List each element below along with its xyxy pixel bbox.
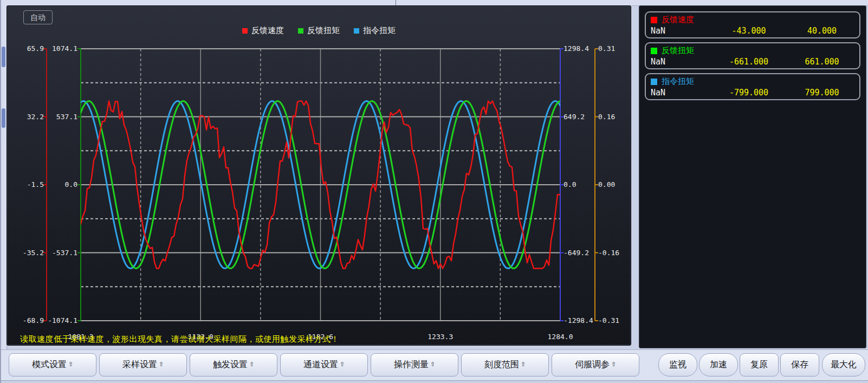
channel-current-value: NaN <box>651 88 665 98</box>
axis-tick-label: -1298.4 <box>563 316 593 324</box>
axis-tick-label: 0.00 <box>598 180 615 189</box>
window-bottom-strip <box>1 380 868 383</box>
axis-tick-label: 1298.4 <box>563 44 589 53</box>
axis-tick-label: -1.5 <box>27 180 44 189</box>
up-arrow-icon: ⇧ <box>611 361 616 368</box>
axis-tick-label: 0.0 <box>563 180 576 189</box>
channel-color-swatch <box>651 48 657 54</box>
mode-settings-button[interactable]: 模式设置⇧ <box>9 353 96 376</box>
trigger-settings-button[interactable]: 触发设置⇧ <box>190 353 277 376</box>
channel-max-value: 661.000 <box>789 57 854 67</box>
save-button[interactable]: 保存 <box>780 353 819 376</box>
axis-tick-label: 0.16 <box>598 113 615 121</box>
channel-current-value: NaN <box>651 26 665 36</box>
axis-tick-label: -35.2 <box>23 249 44 257</box>
axis-tick-label: 1233.3 <box>427 333 453 341</box>
channel-color-swatch <box>651 79 657 85</box>
axis-tick-label: -68.9 <box>23 316 44 324</box>
channel-color-swatch <box>651 17 657 23</box>
waveform-plot-area[interactable] <box>7 6 631 345</box>
channel-settings-button[interactable]: 通道设置⇧ <box>280 353 368 376</box>
channel-max-value: 40.000 <box>789 26 854 36</box>
axis-tick-label: 1074.1 <box>52 44 77 53</box>
channel-title: 反馈扭矩 <box>662 46 694 56</box>
up-arrow-icon: ⇧ <box>249 361 254 368</box>
app-window: { "window": { "auto_button": "自动", "warn… <box>0 0 868 383</box>
channel-title: 指令扭矩 <box>662 76 694 87</box>
axis-tick-label: 65.9 <box>27 44 44 53</box>
axis-tick-label: 1284.0 <box>548 333 573 341</box>
channel-max-value: 799.000 <box>789 88 854 98</box>
sampling-settings-button[interactable]: 采样设置⇧ <box>99 353 187 376</box>
channel-min-value: -661.000 <box>708 57 789 67</box>
up-arrow-icon: ⇧ <box>68 361 73 368</box>
channel-card-feedback-torque: 反馈扭矩 NaN -661.000 661.000 <box>645 42 860 69</box>
channel-card-command-torque: 指令扭矩 NaN -799.000 799.000 <box>645 73 860 100</box>
maximize-button[interactable]: 最大化 <box>822 353 865 376</box>
monitor-button[interactable]: 监视 <box>658 353 697 376</box>
sampling-warning-text: 读取速度低于采样速度，波形出现失真，请尝试增大采样间隔，或使用触发采样方式！ <box>20 334 339 345</box>
scale-range-button[interactable]: 刻度范围⇧ <box>461 353 549 376</box>
channel-current-value: NaN <box>651 57 665 67</box>
axis-tick-label: 537.1 <box>56 113 77 121</box>
channel-card-feedback-speed: 反馈速度 NaN -43.000 40.000 <box>645 11 860 38</box>
axis-tick-label: -0.31 <box>598 316 619 324</box>
axis-tick-label: -0.16 <box>598 249 619 257</box>
axis-tick-label: -649.2 <box>563 249 589 257</box>
up-arrow-icon: ⇧ <box>159 361 164 368</box>
servo-tuning-button[interactable]: 伺服调参⇧ <box>552 353 639 376</box>
bottom-toolbar: 模式设置⇧ 采样设置⇧ 触发设置⇧ 通道设置⇧ 操作测量⇧ 刻度范围⇧ 伺服调参… <box>1 349 868 381</box>
splitter-handle[interactable] <box>2 47 5 67</box>
axis-tick-label: -537.1 <box>52 249 77 257</box>
channel-min-value: -43.000 <box>708 26 789 36</box>
up-arrow-icon: ⇧ <box>430 361 435 368</box>
top-strip-divider <box>396 0 396 5</box>
channel-min-value: -799.000 <box>708 88 789 98</box>
accelerate-button[interactable]: 加速 <box>699 353 738 376</box>
channel-readout-panel: 反馈速度 NaN -43.000 40.000 反馈扭矩 NaN -661.00… <box>639 5 866 348</box>
axis-tick-label: 0.31 <box>598 44 615 53</box>
scope-chart-panel: 自动 反馈速度 反馈扭矩 指令扭矩 65.932.2-1.5-35.2-68.9… <box>7 5 631 346</box>
axis-tick-label: 649.2 <box>563 113 585 121</box>
axis-tick-label: -1074.1 <box>48 316 77 324</box>
restore-button[interactable]: 复原 <box>740 353 779 376</box>
axis-tick-label: 32.2 <box>27 113 44 121</box>
up-arrow-icon: ⇧ <box>340 361 345 368</box>
splitter-handle[interactable] <box>2 108 5 128</box>
up-arrow-icon: ⇧ <box>521 361 526 368</box>
channel-title: 反馈速度 <box>662 15 694 25</box>
operation-measure-button[interactable]: 操作测量⇧ <box>371 353 458 376</box>
axis-tick-label: 0.0 <box>65 180 77 189</box>
